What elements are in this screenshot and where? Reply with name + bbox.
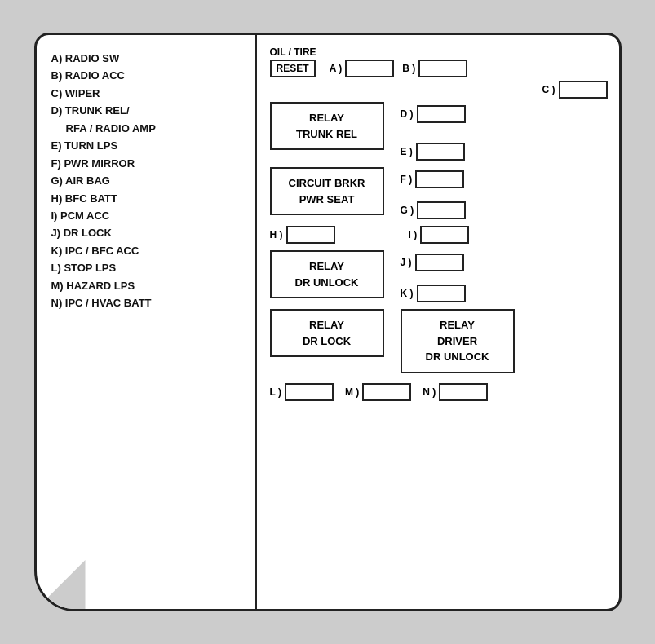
relay-dr-unlock-box: RELAY DR UNLOCK [270, 250, 384, 298]
relay-driver-dr-unlock-box: RELAY DRIVER DR UNLOCK [401, 309, 515, 373]
fuse-label-a: A ) [330, 63, 343, 74]
fuse-label-c: C ) [542, 84, 555, 95]
fuse-slot-k [417, 285, 466, 302]
fuse-label-b: B ) [402, 63, 415, 74]
legend-item-j: J) DR LOCK [51, 224, 246, 241]
circuit-brkr-box: CIRCUIT BRKR PWR SEAT [270, 167, 384, 215]
fuse-panel: OIL / TIRE RESET A ) B ) C ) [257, 35, 619, 609]
legend-item-g: G) AIR BAG [51, 172, 246, 189]
fuse-label-d: D ) [401, 108, 414, 120]
fuse-slot-c [559, 81, 608, 99]
reset-button[interactable]: RESET [270, 60, 316, 77]
legend-item-k: K) IPC / BFC ACC [51, 242, 246, 259]
relay-dr-lock-box: RELAY DR LOCK [270, 309, 384, 357]
fuse-slot-j [415, 254, 464, 271]
legend-item-i: I) PCM ACC [51, 207, 246, 224]
legend-item-h: H) BFC BATT [51, 190, 246, 207]
legend-item-n: N) IPC / HVAC BATT [51, 294, 246, 311]
fuse-slot-e [416, 143, 465, 161]
relay-trunk-rel-box: RELAY TRUNK REL [270, 102, 384, 150]
oil-tire-section: OIL / TIRE RESET [270, 46, 316, 77]
fuse-label-m: M ) [345, 386, 359, 398]
fuse-label-h: H ) [270, 229, 283, 240]
fuse-slot-i [420, 226, 469, 244]
fuse-slot-g [417, 201, 466, 219]
fuse-slot-h [286, 226, 335, 244]
legend-item-d: D) TRUNK REL/ RFA / RADIO AMP [51, 102, 246, 137]
legend-item-c: C) WIPER [51, 85, 246, 102]
fuse-diagram: A) RADIO SW B) RADIO ACC C) WIPER D) TRU… [34, 33, 622, 611]
fuse-label-n: N ) [423, 386, 436, 398]
fuse-slot-b [418, 60, 467, 77]
fuse-label-f: F ) [401, 174, 413, 185]
fuse-slot-l [285, 383, 334, 401]
fuse-label-i: I ) [409, 229, 418, 240]
legend-panel: A) RADIO SW B) RADIO ACC C) WIPER D) TRU… [37, 35, 257, 609]
legend-item-f: F) PWR MIRROR [51, 155, 246, 172]
fuse-label-e: E ) [401, 146, 413, 157]
legend-item-m: M) HAZARD LPS [51, 277, 246, 294]
fuse-slot-m [362, 383, 411, 401]
fuse-slot-d [417, 105, 466, 123]
fuse-slot-n [439, 383, 488, 401]
legend-item-l: L) STOP LPS [51, 259, 246, 276]
fuse-label-k: K ) [401, 288, 414, 299]
fuse-slot-f [415, 170, 464, 188]
legend-item-b: B) RADIO ACC [51, 67, 246, 84]
fuse-label-l: L ) [270, 386, 281, 398]
fuse-slot-a [345, 60, 394, 77]
fuse-label-j: J ) [401, 257, 412, 268]
legend-item-a: A) RADIO SW [51, 50, 246, 67]
legend-item-e: E) TURN LPS [51, 137, 246, 154]
oil-tire-label: OIL / TIRE [270, 46, 316, 58]
fuse-label-g: G ) [401, 205, 414, 216]
